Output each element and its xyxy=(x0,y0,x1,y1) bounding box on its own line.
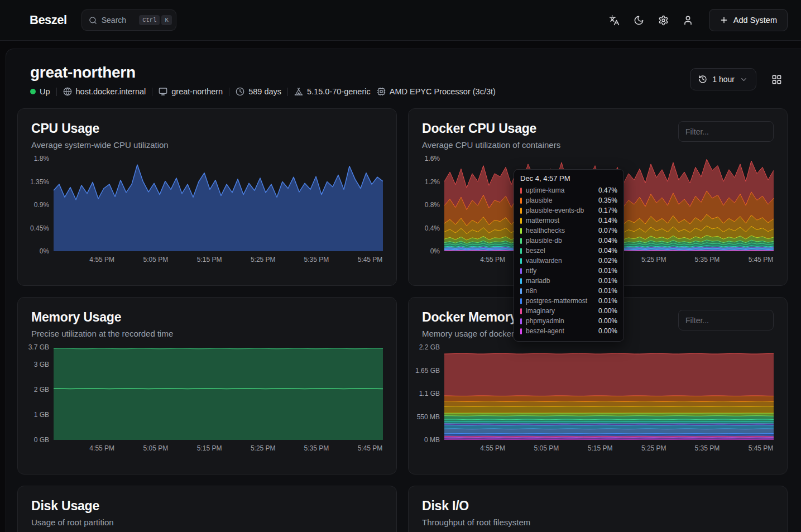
tooltip-timestamp: Dec 4, 4:57 PM xyxy=(520,174,617,183)
uptime-icon xyxy=(236,87,244,96)
series-name: n8n xyxy=(526,287,537,295)
cpu-model-label: AMD EPYC Processor (3c/3t) xyxy=(390,87,496,96)
status-dot-icon xyxy=(30,89,36,94)
series-name: beszel-agent xyxy=(526,327,564,335)
series-name: plausible-events-db xyxy=(526,207,584,214)
card-title: Disk Usage xyxy=(31,499,114,514)
languages-icon xyxy=(609,15,620,26)
x-axis-tick: 5:05 PM xyxy=(143,444,169,452)
chart-plot-area[interactable] xyxy=(444,347,774,440)
y-axis-tick: 0% xyxy=(430,247,440,255)
x-axis-tick: 4:55 PM xyxy=(480,256,505,263)
docker-cpu-filter-input[interactable] xyxy=(678,121,774,142)
y-axis-tick: 1.2% xyxy=(425,178,440,186)
series-value: 0.01% xyxy=(598,267,617,275)
x-axis-tick: 5:25 PM xyxy=(641,444,666,452)
chart-plot-area[interactable] xyxy=(54,159,383,251)
navbar-actions: Add System xyxy=(604,9,788,31)
series-color-swatch xyxy=(520,238,522,244)
series-value: 0.00% xyxy=(598,307,617,315)
card-subtitle: Usage of root partition xyxy=(31,517,114,527)
app-logo[interactable]: Beszel xyxy=(30,13,67,27)
series-color-swatch xyxy=(520,218,522,224)
tooltip-row: ntfy0.01% xyxy=(520,266,617,276)
series-value: 0.01% xyxy=(598,277,617,285)
card-title: Docker CPU Usage xyxy=(422,121,560,136)
y-axis-tick: 2 GB xyxy=(34,386,49,394)
meta-separator xyxy=(229,88,229,96)
series-color-swatch xyxy=(520,318,522,324)
uptime-label: 589 days xyxy=(248,87,281,96)
series-value: 0.00% xyxy=(598,327,617,335)
status-label: Up xyxy=(40,87,50,96)
tooltip-row: uptime-kuma0.47% xyxy=(520,185,617,195)
series-name: postgres-mattermost xyxy=(526,297,587,305)
kbd-k: K xyxy=(161,15,171,25)
x-axis-tick: 5:35 PM xyxy=(304,444,329,452)
card-subtitle: Average CPU utilization of containers xyxy=(422,140,560,150)
add-system-button[interactable]: Add System xyxy=(709,9,788,31)
series-name: mariadb xyxy=(526,277,550,285)
tooltip-row: beszel0.04% xyxy=(520,246,617,256)
docker-cpu-usage-card: Docker CPU Usage Average CPU utilization… xyxy=(408,108,788,286)
navbar: Beszel Search Ctrl K xyxy=(0,0,801,41)
series-name: uptime-kuma xyxy=(526,186,564,194)
series-value: 0.47% xyxy=(598,186,617,194)
series-name: healthchecks xyxy=(526,227,565,234)
tooltip-row: healthchecks0.07% xyxy=(520,226,617,236)
system-name: great-northern xyxy=(30,64,496,82)
system-header: great-northern Up host.docker.internal xyxy=(17,60,788,96)
docker-memory-usage-chart: 2.2 GB1.65 GB1.1 GB550 MB0 MB 4:55 PM5:0… xyxy=(422,347,774,453)
docker-memory-filter-input[interactable] xyxy=(678,310,774,330)
y-axis: 1.6%1.2%0.8%0.4%0% xyxy=(422,159,444,251)
y-axis-tick: 0.9% xyxy=(34,201,49,209)
x-axis-tick: 5:45 PM xyxy=(358,444,383,452)
time-range-value: 1 hour xyxy=(712,75,735,84)
tooltip-row: imaginary0.00% xyxy=(520,306,617,316)
gear-icon xyxy=(658,15,669,26)
add-system-label: Add System xyxy=(733,16,777,25)
series-name: imaginary xyxy=(526,307,555,315)
system-status: Up xyxy=(30,87,50,96)
tooltip-row: n8n0.01% xyxy=(520,286,617,296)
hostname-label: host.docker.internal xyxy=(76,87,146,96)
y-axis: 3.7 GB3 GB2 GB1 GB0 GB xyxy=(31,347,54,440)
cpu-usage-card: CPU Usage Average system-wide CPU utiliz… xyxy=(17,108,397,286)
series-color-swatch xyxy=(520,308,522,314)
y-axis-tick: 1.6% xyxy=(425,155,440,162)
chart-plot-area[interactable] xyxy=(54,347,383,440)
series-color-swatch xyxy=(520,268,522,274)
series-name: vaultwarden xyxy=(526,257,562,265)
series-value: 0.35% xyxy=(598,196,617,204)
x-axis-tick: 5:05 PM xyxy=(143,256,169,263)
theme-toggle-button[interactable] xyxy=(629,9,650,31)
cpu-usage-chart: 1.8%1.35%0.9%0.45%0% 4:55 PM5:05 PM5:15 … xyxy=(31,159,383,265)
memory-usage-chart: 3.7 GB3 GB2 GB1 GB0 GB 4:55 PM5:05 PM5:1… xyxy=(31,347,383,453)
tooltip-row: beszel-agent0.00% xyxy=(520,326,617,336)
search-input[interactable]: Search Ctrl K xyxy=(81,9,176,31)
x-axis-tick: 5:25 PM xyxy=(251,256,276,263)
y-axis-tick: 1.65 GB xyxy=(415,367,440,375)
series-color-swatch xyxy=(520,208,522,214)
x-axis: 4:55 PM5:05 PM5:15 PM5:25 PM5:35 PM5:45 … xyxy=(54,440,383,453)
series-name: ntfy xyxy=(526,267,536,275)
y-axis-tick: 1 GB xyxy=(34,411,49,419)
y-axis-tick: 0.4% xyxy=(425,224,440,232)
x-axis-tick: 5:45 PM xyxy=(358,256,383,263)
series-color-swatch xyxy=(520,278,522,284)
plus-icon xyxy=(720,16,728,25)
x-axis-tick: 4:55 PM xyxy=(89,256,114,263)
tooltip-rows: uptime-kuma0.47%plausible0.35%plausible-… xyxy=(520,185,617,336)
y-axis-tick: 550 MB xyxy=(417,413,440,421)
series-color-swatch xyxy=(520,228,522,234)
search-icon xyxy=(89,16,97,25)
language-button[interactable] xyxy=(604,9,625,31)
cpu-icon xyxy=(377,87,386,96)
settings-button[interactable] xyxy=(653,9,674,31)
user-menu-button[interactable] xyxy=(678,9,699,31)
x-axis: 4:55 PM5:05 PM5:15 PM5:25 PM5:35 PM5:45 … xyxy=(54,251,383,265)
layout-grid-button[interactable] xyxy=(765,68,788,90)
x-axis-tick: 5:35 PM xyxy=(694,444,720,452)
time-range-select[interactable]: 1 hour xyxy=(690,68,756,90)
x-axis-tick: 5:35 PM xyxy=(694,256,720,263)
